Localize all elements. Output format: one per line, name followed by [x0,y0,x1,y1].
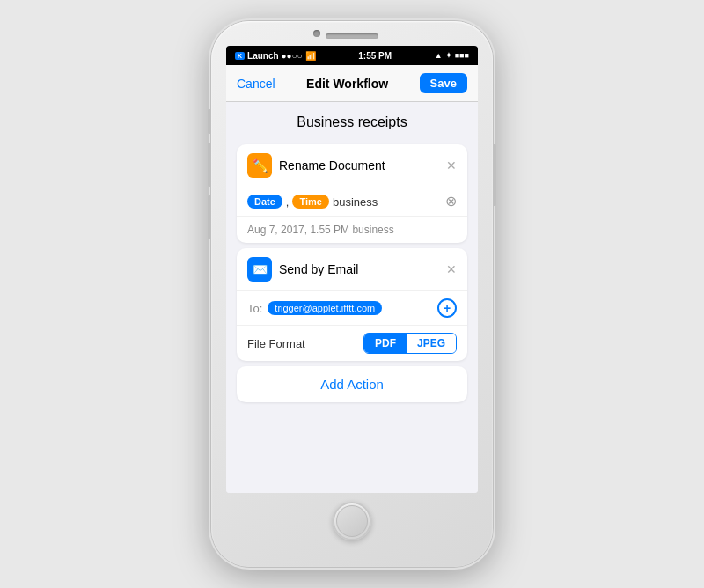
email-card-header-left: ✉️ Send by Email [247,257,358,282]
power-button[interactable] [493,144,496,206]
home-button-inner [336,505,368,537]
camera [313,30,320,37]
pdf-button[interactable]: PDF [364,334,407,353]
launch-icon: K [235,52,245,60]
status-time: 1:55 PM [358,51,392,61]
rename-icon: ✏️ [247,153,272,178]
format-toggle: PDF JPEG [363,333,457,354]
time-tag[interactable]: Time [292,195,328,209]
nav-title: Edit Workflow [306,77,388,91]
cancel-button[interactable]: Cancel [237,77,275,91]
workflow-title: Business receipts [226,102,478,139]
status-left: K Launch ●●○○ 📶 [235,51,316,61]
date-tag[interactable]: Date [247,195,282,209]
business-text: business [333,195,378,209]
email-address-tag[interactable]: trigger@applet.ifttt.com [268,301,382,315]
clear-field-button[interactable]: ⊗ [445,195,457,209]
rename-title: Rename Document [279,158,385,173]
content-area: Business receipts ✏️ Rename Document ✕ D… [226,102,478,493]
rename-document-card: ✏️ Rename Document ✕ Date , Time busines… [237,144,467,243]
save-button[interactable]: Save [420,73,467,93]
rename-card-header: ✏️ Rename Document ✕ [237,144,467,187]
arrow-icon: ▲ [435,51,443,60]
nav-bar: Cancel Edit Workflow Save [226,65,478,102]
rename-close-button[interactable]: ✕ [446,158,457,173]
volume-up-button[interactable] [208,143,211,187]
carrier-text: Launch ●●○○ [247,51,303,61]
to-label: To: [247,302,262,315]
format-row: File Format PDF JPEG [237,326,467,361]
volume-down-button[interactable] [208,195,211,239]
add-email-button[interactable]: + [437,298,457,318]
preview-row: Aug 7, 2017, 1.55 PM business [237,217,467,243]
email-card-header: ✉️ Send by Email ✕ [237,248,467,291]
jpeg-button[interactable]: JPEG [407,334,456,353]
send-email-card: ✉️ Send by Email ✕ To: trigger@applet.if… [237,248,467,361]
to-row: To: trigger@applet.ifttt.com + [237,291,467,326]
envelope-icon: ✉️ [253,262,268,276]
pencil-icon: ✏️ [253,158,268,173]
email-title: Send by Email [279,262,358,276]
phone-shell: K Launch ●●○○ 📶 1:55 PM ▲ ✦ ■■■ Cancel E… [211,21,493,567]
home-button[interactable] [333,502,371,540]
add-action-button[interactable]: Add Action [237,366,467,402]
rename-card-header-left: ✏️ Rename Document [247,153,385,178]
status-right: ▲ ✦ ■■■ [435,51,469,60]
battery-icon: ■■■ [455,51,469,60]
wifi-icon: 📶 [305,51,316,61]
email-close-button[interactable]: ✕ [446,262,457,276]
status-bar: K Launch ●●○○ 📶 1:55 PM ▲ ✦ ■■■ [226,46,478,65]
bluetooth-icon: ✦ [445,51,452,60]
format-label: File Format [247,337,363,350]
speaker [326,33,378,39]
screen: K Launch ●●○○ 📶 1:55 PM ▲ ✦ ■■■ Cancel E… [226,46,478,493]
rename-field-row[interactable]: Date , Time business ⊗ [237,187,467,217]
comma-separator: , [286,195,290,209]
mute-button[interactable] [208,109,211,134]
email-icon: ✉️ [247,257,272,282]
preview-text: Aug 7, 2017, 1.55 PM business [247,224,394,236]
